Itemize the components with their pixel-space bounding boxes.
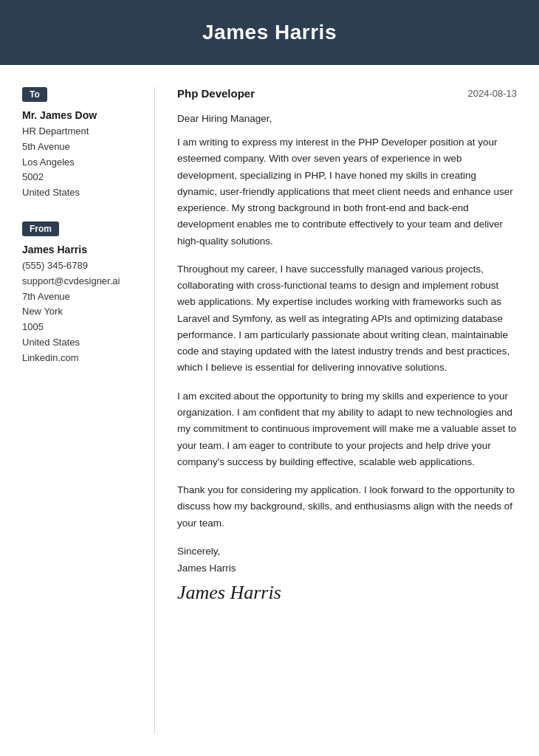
closing-name: James Harris	[177, 560, 517, 577]
date: 2024-08-13	[468, 88, 518, 99]
from-phone: (555) 345-6789	[22, 258, 140, 274]
from-street: 7th Avenue	[22, 289, 140, 305]
to-name: Mr. James Dow	[22, 109, 140, 121]
from-website: Linkedin.com	[22, 351, 140, 366]
to-badge: To	[22, 87, 47, 102]
signature: James Harris	[177, 582, 517, 604]
paragraph-1: I am writing to express my interest in t…	[177, 134, 517, 250]
from-section: From James Harris (555) 345-6789 support…	[22, 221, 140, 366]
header: James Harris	[0, 0, 539, 65]
from-name: James Harris	[22, 244, 140, 255]
from-badge: From	[22, 221, 59, 236]
from-city: New York	[22, 304, 140, 320]
main-content: Php Developer 2024-08-13 Dear Hiring Man…	[155, 87, 539, 734]
signature-block: Sincerely, James Harris James Harris	[177, 543, 517, 604]
to-country: United States	[22, 185, 140, 201]
from-zip: 1005	[22, 320, 140, 335]
to-section: To Mr. James Dow HR Department 5th Avenu…	[22, 87, 140, 201]
paragraph-4: Thank you for considering my application…	[177, 482, 517, 532]
to-city: Los Angeles	[22, 155, 140, 171]
from-email: support@cvdesigner.ai	[22, 274, 140, 289]
to-zip: 5002	[22, 170, 140, 185]
greeting: Dear Hiring Manager,	[177, 113, 517, 124]
to-street: 5th Avenue	[22, 140, 140, 155]
header-name: James Harris	[15, 21, 524, 44]
closing: Sincerely,	[177, 543, 517, 560]
body: To Mr. James Dow HR Department 5th Avenu…	[0, 65, 539, 756]
job-title: Php Developer	[177, 87, 255, 100]
main-header-row: Php Developer 2024-08-13	[177, 87, 517, 100]
sidebar: To Mr. James Dow HR Department 5th Avenu…	[0, 87, 155, 734]
paragraph-3: I am excited about the opportunity to br…	[177, 388, 517, 470]
to-department: HR Department	[22, 124, 140, 140]
paragraph-2: Throughout my career, I have successfull…	[177, 261, 517, 377]
from-country: United States	[22, 335, 140, 351]
page: James Harris To Mr. James Dow HR Departm…	[0, 0, 539, 756]
